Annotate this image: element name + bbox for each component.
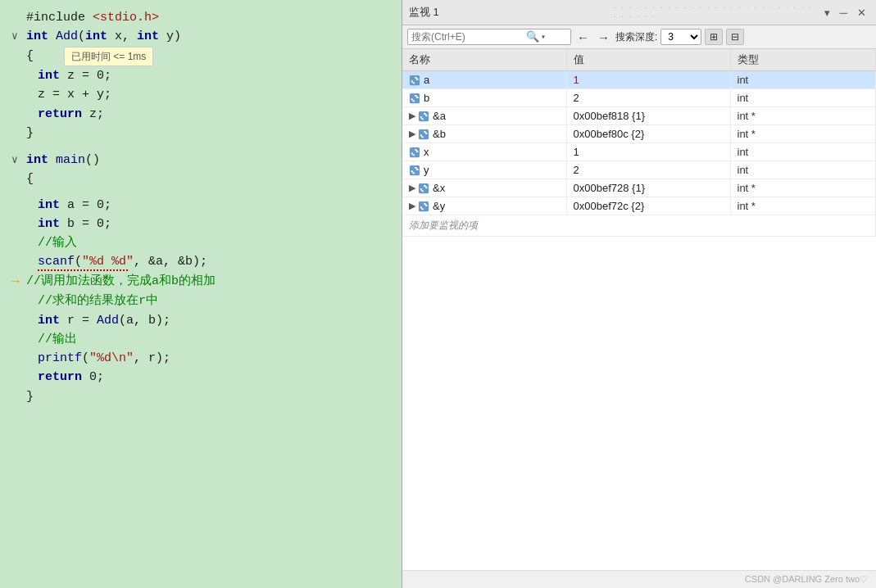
add-watch-row[interactable]: 添加要监视的项 [402,215,876,237]
cell-type: int * [730,107,876,125]
code-line-int-z: int z = 0; [8,66,402,85]
arrow-add-open [11,48,25,65]
code-line-add-sig: ∨ int Add(int x, int y) [8,27,402,46]
title-dots: · · · · · · · · · · · · · · · · · · · · … [613,3,817,21]
cell-name: a [402,71,566,89]
watch-toolbar: 🔍 ▾ ← → 搜索深度: 3 1 2 4 5 ⊞ ⊟ [402,25,876,49]
watch-footer: CSDN @DARLING Zero two♡ [402,570,876,588]
table-row[interactable]: ▶ &y 0x00bef72c {2} int * [402,197,876,215]
code-line-blank1 [8,142,402,151]
refresh-icon [409,93,420,104]
code-line-int-b: int b = 0; [8,215,402,233]
cell-value: 2 [566,161,730,179]
cell-type: int [730,71,876,89]
expand-icon[interactable]: ▶ [409,201,415,211]
refresh-icon [409,75,420,86]
watch-panel: 监视 1 · · · · · · · · · · · · · · · · · ·… [402,0,876,588]
cell-value: 0x00bef80c {2} [566,125,730,143]
cell-name: b [402,89,566,107]
arrow-main-sig: ∨ [11,152,25,169]
code-line-cmt-output: //输出 [8,330,402,349]
code-line-int-r: int r = Add(a, b); [8,311,402,330]
table-row[interactable]: y 2 int [402,161,876,179]
code-line-main-sig: ∨ int main() [8,151,402,170]
code-line-add-open: { 已用时间 <= 1ms [8,47,402,67]
forward-btn[interactable]: → [595,30,612,44]
cell-type: int * [730,125,876,143]
code-line-blank2 [8,189,402,196]
cell-type: int * [730,179,876,197]
code-line-return-0: return 0; [8,368,402,387]
col-name: 名称 [402,49,566,71]
depth-select[interactable]: 3 1 2 4 5 [660,29,701,45]
code-line-main-open: { [8,170,402,188]
code-editor: #include <stdio.h> ∨ int Add(int x, int … [0,0,402,588]
code-line-printf: printf("%d\n", r); [8,349,402,368]
cell-value: 1 [566,71,730,89]
watch-title: 监视 1 [409,5,613,20]
cell-value: 0x00bef72c {2} [566,197,730,215]
code-line-cmt-input: //输入 [8,233,402,252]
toolbar-icon-btn-2[interactable]: ⊟ [726,29,744,45]
table-row[interactable]: x 1 int [402,143,876,161]
expand-icon[interactable]: ▶ [409,129,415,139]
cell-value: 0x00bef818 {1} [566,107,730,125]
expand-icon[interactable]: ▶ [409,111,415,121]
search-icon: 🔍 [526,30,539,43]
cell-name: x [402,143,566,161]
watch-table: 名称 值 类型 [402,49,876,570]
col-value: 值 [566,49,730,71]
cell-value: 0x00bef728 {1} [566,179,730,197]
watch-pin-btn[interactable]: ▾ [821,7,833,19]
code-line-main-close: } [8,387,402,406]
cell-name: ▶ &a [402,107,566,125]
refresh-icon [409,165,420,176]
cell-name: ▶ &y [402,197,566,215]
table-row[interactable]: ▶ &a 0x00bef818 {1} int * [402,107,876,125]
arrow-include [11,10,25,26]
cell-name: y [402,161,566,179]
watch-titlebar: 监视 1 · · · · · · · · · · · · · · · · · ·… [402,0,876,25]
refresh-icon [418,111,429,122]
cell-type: int [730,89,876,107]
expand-icon[interactable]: ▶ [409,183,415,193]
add-watch-label[interactable]: 添加要监视的项 [402,215,876,237]
cell-type: int * [730,197,876,215]
code-line-include: #include <stdio.h> [8,8,402,27]
arrow-add-sig: ∨ [11,29,25,45]
back-btn[interactable]: ← [574,30,592,44]
code-line-cmt-result: //求和的结果放在r中 [8,292,402,310]
arrow-call: → [11,272,25,292]
refresh-icon [418,129,429,140]
refresh-icon [409,147,420,158]
watch-minimize-btn[interactable]: ─ [837,7,851,19]
cell-type: int [730,161,876,179]
toolbar-icon-btn-1[interactable]: ⊞ [705,29,723,45]
cell-type: int [730,143,876,161]
search-input[interactable] [411,31,526,43]
search-box[interactable]: 🔍 ▾ [407,29,571,45]
refresh-icon [418,201,429,212]
watermark-text: CSDN @DARLING Zero two♡ [745,574,868,584]
code-line-int-a: int a = 0; [8,196,402,215]
cell-name: ▶ &x [402,179,566,197]
search-dropdown-arrow[interactable]: ▾ [541,32,546,42]
col-type: 类型 [730,49,876,71]
code-line-z-assign: z = x + y; [8,85,402,104]
code-line-scanf: scanf("%d %d", &a, &b); [8,252,402,271]
table-row[interactable]: ▶ &x 0x00bef728 {1} int * [402,179,876,197]
table-row[interactable]: a 1 int [402,71,876,89]
cell-value: 2 [566,89,730,107]
time-tooltip: 已用时间 <= 1ms [64,47,153,67]
cell-name: ▶ &b [402,125,566,143]
cell-value: 1 [566,143,730,161]
depth-label: 搜索深度: [615,30,657,44]
code-line-add-close: } [8,124,402,142]
code-line-cmt-call: → //调用加法函数，完成a和b的相加 [8,272,402,292]
watch-close-btn[interactable]: ✕ [854,7,869,19]
refresh-icon [418,183,429,194]
table-row[interactable]: b 2 int [402,89,876,107]
code-line-return-z: return z; [8,105,402,124]
table-row[interactable]: ▶ &b 0x00bef80c {2} int * [402,125,876,143]
